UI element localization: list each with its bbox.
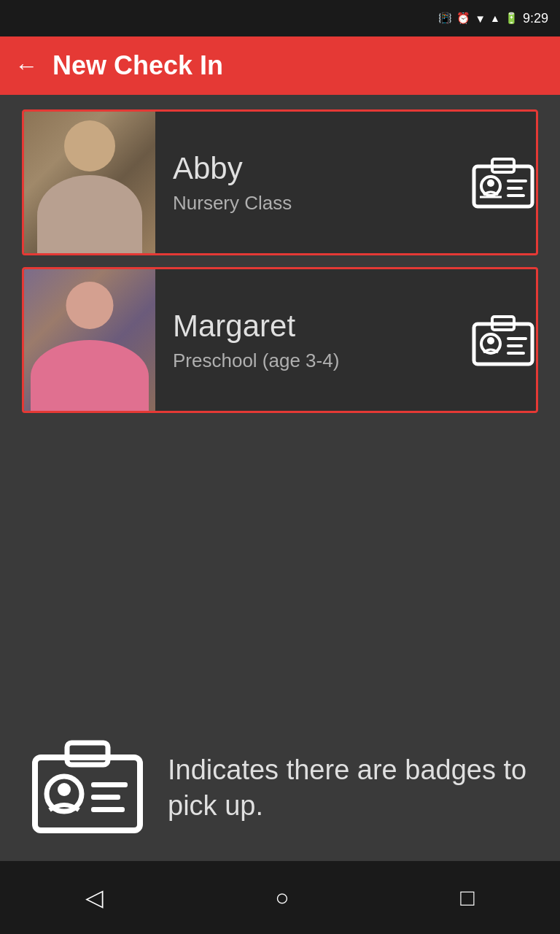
svg-rect-12 <box>507 344 523 347</box>
person-info-abby: Abby Nursery Class <box>155 151 470 215</box>
svg-rect-11 <box>507 337 527 340</box>
svg-rect-4 <box>507 180 527 182</box>
badge-icon-margaret <box>470 313 536 368</box>
svg-rect-16 <box>67 743 108 765</box>
svg-rect-5 <box>507 187 523 190</box>
vibrate-icon: 📳 <box>438 12 452 25</box>
person-info-margaret: Margaret Preschool (age 3-4) <box>155 309 470 372</box>
status-icons: 📳 ⏰ ▼ ▲ 🔋 9:29 <box>438 11 548 26</box>
back-button[interactable]: ← <box>15 53 38 80</box>
nav-home-button[interactable]: ○ <box>246 877 318 919</box>
svg-point-14 <box>487 337 494 344</box>
avatar-abby <box>24 109 155 255</box>
hint-text: Indicates there are badges to pick up. <box>168 752 531 825</box>
svg-rect-13 <box>507 352 525 355</box>
svg-point-7 <box>487 180 494 187</box>
svg-point-18 <box>58 783 71 796</box>
battery-icon: 🔋 <box>505 12 518 25</box>
svg-rect-21 <box>91 807 125 812</box>
signal-icon: ▲ <box>490 12 500 24</box>
alarm-icon: ⏰ <box>456 12 470 25</box>
person-class-margaret: Preschool (age 3-4) <box>173 350 453 372</box>
person-card-abby[interactable]: Abby Nursery Class <box>22 109 538 255</box>
person-name-abby: Abby <box>173 151 453 186</box>
hint-badge-icon <box>29 737 146 839</box>
person-list: Abby Nursery Class Margaret Preschool (a… <box>0 95 560 428</box>
nav-bar: ◁ ○ □ <box>0 861 560 934</box>
svg-rect-19 <box>91 782 128 787</box>
person-name-margaret: Margaret <box>173 309 453 344</box>
app-bar: ← New Check In <box>0 36 560 95</box>
badge-icon-abby <box>470 155 536 210</box>
svg-rect-20 <box>91 795 120 800</box>
status-bar: 📳 ⏰ ▼ ▲ 🔋 9:29 <box>0 0 560 36</box>
nav-recent-button[interactable]: □ <box>431 877 503 919</box>
wifi-icon: ▼ <box>475 12 486 25</box>
avatar-margaret <box>24 267 155 413</box>
hint-area: Indicates there are badges to pick up. <box>0 722 560 854</box>
nav-back-button[interactable]: ◁ <box>56 876 133 919</box>
svg-rect-6 <box>507 194 525 197</box>
status-time: 9:29 <box>523 11 548 26</box>
svg-rect-15 <box>35 757 140 830</box>
page-title: New Check In <box>52 50 223 81</box>
person-card-margaret[interactable]: Margaret Preschool (age 3-4) <box>22 267 538 413</box>
person-class-abby: Nursery Class <box>173 192 453 215</box>
